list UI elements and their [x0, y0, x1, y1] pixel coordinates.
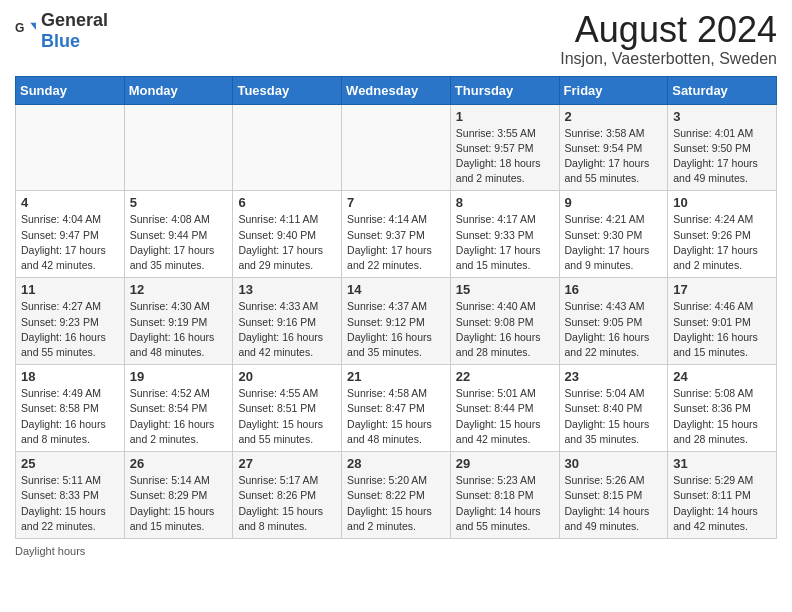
day-info: Sunrise: 3:55 AM Sunset: 9:57 PM Dayligh…: [456, 126, 554, 187]
calendar-cell: 24Sunrise: 5:08 AM Sunset: 8:36 PM Dayli…: [668, 365, 777, 452]
day-info: Sunrise: 4:55 AM Sunset: 8:51 PM Dayligh…: [238, 386, 336, 447]
day-number: 9: [565, 195, 663, 210]
day-info: Sunrise: 3:58 AM Sunset: 9:54 PM Dayligh…: [565, 126, 663, 187]
calendar-cell: 17Sunrise: 4:46 AM Sunset: 9:01 PM Dayli…: [668, 278, 777, 365]
calendar-cell: 23Sunrise: 5:04 AM Sunset: 8:40 PM Dayli…: [559, 365, 668, 452]
calendar-cell: 7Sunrise: 4:14 AM Sunset: 9:37 PM Daylig…: [342, 191, 451, 278]
svg-text:G: G: [15, 21, 24, 35]
day-info: Sunrise: 5:14 AM Sunset: 8:29 PM Dayligh…: [130, 473, 228, 534]
day-info: Sunrise: 5:26 AM Sunset: 8:15 PM Dayligh…: [565, 473, 663, 534]
calendar-cell: 31Sunrise: 5:29 AM Sunset: 8:11 PM Dayli…: [668, 452, 777, 539]
day-number: 3: [673, 109, 771, 124]
calendar-cell: 15Sunrise: 4:40 AM Sunset: 9:08 PM Dayli…: [450, 278, 559, 365]
calendar-cell: 11Sunrise: 4:27 AM Sunset: 9:23 PM Dayli…: [16, 278, 125, 365]
day-info: Sunrise: 4:08 AM Sunset: 9:44 PM Dayligh…: [130, 212, 228, 273]
day-number: 22: [456, 369, 554, 384]
day-info: Sunrise: 5:01 AM Sunset: 8:44 PM Dayligh…: [456, 386, 554, 447]
day-number: 1: [456, 109, 554, 124]
calendar-cell: [16, 104, 125, 191]
month-title: August 2024: [560, 10, 777, 50]
day-number: 12: [130, 282, 228, 297]
svg-marker-1: [30, 23, 36, 30]
day-number: 7: [347, 195, 445, 210]
calendar-cell: 13Sunrise: 4:33 AM Sunset: 9:16 PM Dayli…: [233, 278, 342, 365]
location-title: Insjon, Vaesterbotten, Sweden: [560, 50, 777, 68]
day-info: Sunrise: 4:04 AM Sunset: 9:47 PM Dayligh…: [21, 212, 119, 273]
calendar-cell: [233, 104, 342, 191]
calendar-cell: 22Sunrise: 5:01 AM Sunset: 8:44 PM Dayli…: [450, 365, 559, 452]
day-info: Sunrise: 5:08 AM Sunset: 8:36 PM Dayligh…: [673, 386, 771, 447]
day-number: 11: [21, 282, 119, 297]
calendar-cell: 1Sunrise: 3:55 AM Sunset: 9:57 PM Daylig…: [450, 104, 559, 191]
calendar-cell: 26Sunrise: 5:14 AM Sunset: 8:29 PM Dayli…: [124, 452, 233, 539]
day-info: Sunrise: 5:11 AM Sunset: 8:33 PM Dayligh…: [21, 473, 119, 534]
calendar-cell: 20Sunrise: 4:55 AM Sunset: 8:51 PM Dayli…: [233, 365, 342, 452]
day-number: 21: [347, 369, 445, 384]
day-number: 2: [565, 109, 663, 124]
footer-note: Daylight hours: [15, 545, 777, 557]
day-info: Sunrise: 5:20 AM Sunset: 8:22 PM Dayligh…: [347, 473, 445, 534]
column-header-friday: Friday: [559, 76, 668, 104]
day-info: Sunrise: 4:27 AM Sunset: 9:23 PM Dayligh…: [21, 299, 119, 360]
day-info: Sunrise: 4:11 AM Sunset: 9:40 PM Dayligh…: [238, 212, 336, 273]
day-number: 28: [347, 456, 445, 471]
day-number: 8: [456, 195, 554, 210]
calendar-cell: 29Sunrise: 5:23 AM Sunset: 8:18 PM Dayli…: [450, 452, 559, 539]
column-header-thursday: Thursday: [450, 76, 559, 104]
week-row-3: 11Sunrise: 4:27 AM Sunset: 9:23 PM Dayli…: [16, 278, 777, 365]
day-info: Sunrise: 4:40 AM Sunset: 9:08 PM Dayligh…: [456, 299, 554, 360]
day-number: 25: [21, 456, 119, 471]
logo-icon: G: [15, 20, 37, 42]
calendar-table: SundayMondayTuesdayWednesdayThursdayFrid…: [15, 76, 777, 539]
day-info: Sunrise: 4:58 AM Sunset: 8:47 PM Dayligh…: [347, 386, 445, 447]
calendar-cell: 8Sunrise: 4:17 AM Sunset: 9:33 PM Daylig…: [450, 191, 559, 278]
calendar-cell: 19Sunrise: 4:52 AM Sunset: 8:54 PM Dayli…: [124, 365, 233, 452]
day-info: Sunrise: 4:46 AM Sunset: 9:01 PM Dayligh…: [673, 299, 771, 360]
calendar-cell: 12Sunrise: 4:30 AM Sunset: 9:19 PM Dayli…: [124, 278, 233, 365]
day-info: Sunrise: 4:33 AM Sunset: 9:16 PM Dayligh…: [238, 299, 336, 360]
column-header-wednesday: Wednesday: [342, 76, 451, 104]
day-number: 18: [21, 369, 119, 384]
calendar-cell: 6Sunrise: 4:11 AM Sunset: 9:40 PM Daylig…: [233, 191, 342, 278]
column-header-sunday: Sunday: [16, 76, 125, 104]
day-number: 13: [238, 282, 336, 297]
day-info: Sunrise: 4:17 AM Sunset: 9:33 PM Dayligh…: [456, 212, 554, 273]
week-row-4: 18Sunrise: 4:49 AM Sunset: 8:58 PM Dayli…: [16, 365, 777, 452]
calendar-cell: 27Sunrise: 5:17 AM Sunset: 8:26 PM Dayli…: [233, 452, 342, 539]
day-info: Sunrise: 5:23 AM Sunset: 8:18 PM Dayligh…: [456, 473, 554, 534]
week-row-1: 1Sunrise: 3:55 AM Sunset: 9:57 PM Daylig…: [16, 104, 777, 191]
header-row: SundayMondayTuesdayWednesdayThursdayFrid…: [16, 76, 777, 104]
day-number: 15: [456, 282, 554, 297]
day-info: Sunrise: 4:24 AM Sunset: 9:26 PM Dayligh…: [673, 212, 771, 273]
day-info: Sunrise: 5:04 AM Sunset: 8:40 PM Dayligh…: [565, 386, 663, 447]
calendar-cell: 9Sunrise: 4:21 AM Sunset: 9:30 PM Daylig…: [559, 191, 668, 278]
page-header: G General Blue August 2024 Insjon, Vaest…: [15, 10, 777, 68]
day-number: 31: [673, 456, 771, 471]
day-info: Sunrise: 4:49 AM Sunset: 8:58 PM Dayligh…: [21, 386, 119, 447]
calendar-cell: 21Sunrise: 4:58 AM Sunset: 8:47 PM Dayli…: [342, 365, 451, 452]
day-info: Sunrise: 4:21 AM Sunset: 9:30 PM Dayligh…: [565, 212, 663, 273]
day-number: 4: [21, 195, 119, 210]
day-number: 24: [673, 369, 771, 384]
calendar-cell: 3Sunrise: 4:01 AM Sunset: 9:50 PM Daylig…: [668, 104, 777, 191]
day-number: 30: [565, 456, 663, 471]
calendar-cell: 4Sunrise: 4:04 AM Sunset: 9:47 PM Daylig…: [16, 191, 125, 278]
day-number: 27: [238, 456, 336, 471]
column-header-monday: Monday: [124, 76, 233, 104]
day-number: 23: [565, 369, 663, 384]
day-number: 17: [673, 282, 771, 297]
day-info: Sunrise: 4:01 AM Sunset: 9:50 PM Dayligh…: [673, 126, 771, 187]
calendar-cell: 10Sunrise: 4:24 AM Sunset: 9:26 PM Dayli…: [668, 191, 777, 278]
day-number: 14: [347, 282, 445, 297]
column-header-saturday: Saturday: [668, 76, 777, 104]
day-info: Sunrise: 5:29 AM Sunset: 8:11 PM Dayligh…: [673, 473, 771, 534]
calendar-cell: [342, 104, 451, 191]
title-area: August 2024 Insjon, Vaesterbotten, Swede…: [560, 10, 777, 68]
logo-text: General Blue: [41, 10, 108, 52]
daylight-label: Daylight hours: [15, 545, 85, 557]
calendar-cell: 16Sunrise: 4:43 AM Sunset: 9:05 PM Dayli…: [559, 278, 668, 365]
day-info: Sunrise: 4:14 AM Sunset: 9:37 PM Dayligh…: [347, 212, 445, 273]
day-number: 26: [130, 456, 228, 471]
calendar-cell: [124, 104, 233, 191]
day-number: 20: [238, 369, 336, 384]
